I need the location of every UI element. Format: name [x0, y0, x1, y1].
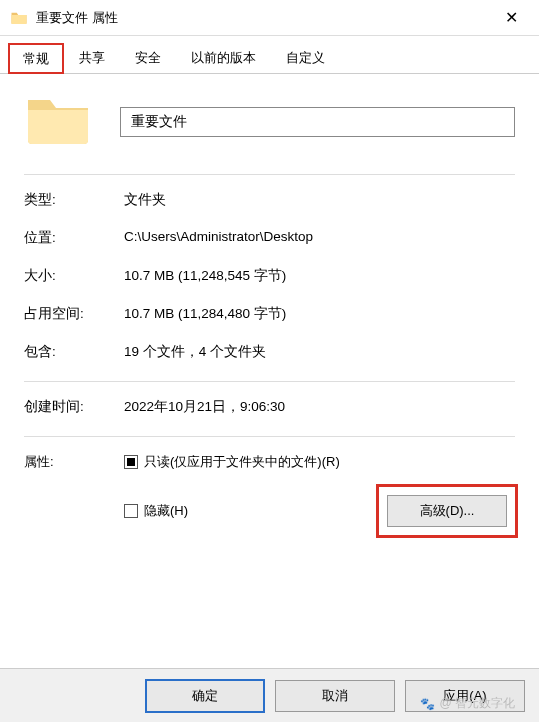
attributes-label: 属性:: [24, 453, 124, 535]
type-label: 类型:: [24, 191, 124, 209]
tab-general[interactable]: 常规: [8, 43, 64, 74]
separator: [24, 381, 515, 382]
titlebar: 重要文件 属性 ✕: [0, 0, 539, 36]
tab-share[interactable]: 共享: [64, 42, 120, 73]
advanced-button[interactable]: 高级(D)...: [387, 495, 507, 527]
size-label: 大小:: [24, 267, 124, 285]
disk-size-label: 占用空间:: [24, 305, 124, 323]
dialog-footer: 确定 取消 应用(A): [0, 668, 539, 722]
separator: [24, 174, 515, 175]
location-label: 位置:: [24, 229, 124, 247]
folder-large-icon: [24, 94, 92, 150]
separator: [24, 436, 515, 437]
tab-previous-versions[interactable]: 以前的版本: [176, 42, 271, 73]
content-area: 类型: 文件夹 位置: C:\Users\Administrator\Deskt…: [0, 74, 539, 545]
window-title: 重要文件 属性: [36, 9, 491, 27]
created-value: 2022年10月21日，9:06:30: [124, 398, 515, 416]
type-value: 文件夹: [124, 191, 515, 209]
contains-label: 包含:: [24, 343, 124, 361]
ok-button[interactable]: 确定: [145, 679, 265, 713]
location-value: C:\Users\Administrator\Desktop: [124, 229, 515, 247]
tab-security[interactable]: 安全: [120, 42, 176, 73]
created-label: 创建时间:: [24, 398, 124, 416]
hidden-checkbox[interactable]: [124, 504, 138, 518]
tab-bar: 常规 共享 安全 以前的版本 自定义: [0, 36, 539, 74]
hidden-label: 隐藏(H): [144, 502, 188, 520]
readonly-checkbox[interactable]: [124, 455, 138, 469]
tab-custom[interactable]: 自定义: [271, 42, 340, 73]
close-icon[interactable]: ✕: [491, 0, 531, 36]
apply-button[interactable]: 应用(A): [405, 680, 525, 712]
size-value: 10.7 MB (11,248,545 字节): [124, 267, 515, 285]
cancel-button[interactable]: 取消: [275, 680, 395, 712]
readonly-label: 只读(仅应用于文件夹中的文件)(R): [144, 453, 340, 471]
folder-name-input[interactable]: [120, 107, 515, 137]
contains-value: 19 个文件，4 个文件夹: [124, 343, 515, 361]
advanced-highlight: 高级(D)...: [379, 487, 515, 535]
disk-size-value: 10.7 MB (11,284,480 字节): [124, 305, 515, 323]
folder-icon: [10, 9, 28, 27]
